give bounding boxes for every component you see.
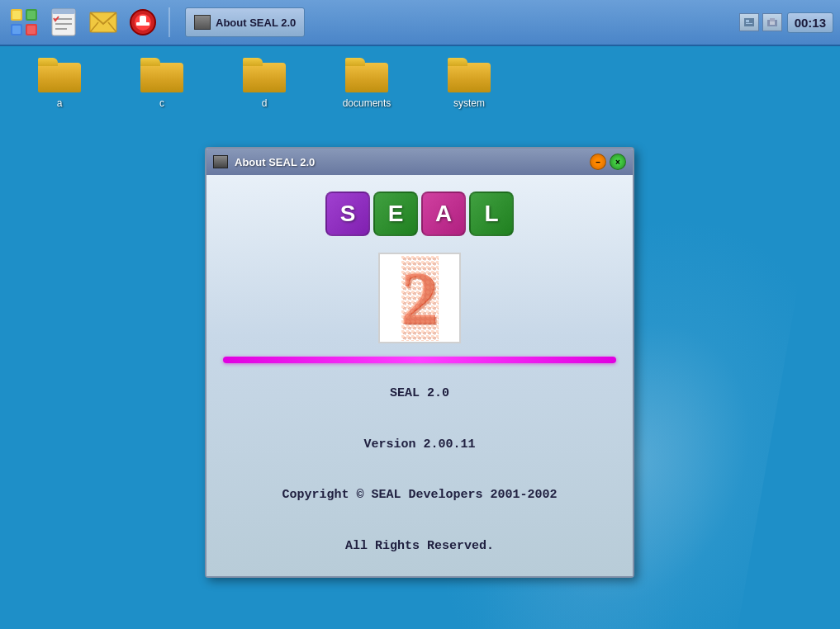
seal-letter-e: E: [373, 192, 418, 236]
svg-rect-4: [12, 11, 21, 19]
seal-letter-a: A: [421, 192, 466, 236]
desktop-icon-label-system: system: [453, 97, 485, 109]
svg-rect-22: [746, 23, 752, 24]
taskbar-icon-tasks[interactable]: [46, 5, 81, 40]
folder-icon-d: [243, 58, 286, 94]
desktop-icon-a[interactable]: a: [33, 58, 86, 109]
svg-rect-6: [12, 26, 21, 34]
taskbar-separator: [168, 7, 170, 37]
copyright-line: Copyright © SEAL Developers 2001-2002: [282, 481, 557, 508]
about-text-block: SEAL 2.0 Version 2.00.11 Copyright © SEA…: [282, 380, 557, 560]
svg-rect-5: [27, 11, 36, 19]
desktop-icon-label-a: a: [57, 97, 63, 109]
svg-rect-9: [52, 9, 75, 14]
clock-icon-1: [739, 13, 759, 31]
taskbar-quick-launch: About SEAL 2.0: [7, 5, 305, 40]
taskbar-icon-power[interactable]: [126, 5, 160, 40]
desktop-icon-documents[interactable]: documents: [340, 58, 393, 109]
taskbar: About SEAL 2.0 00:13: [0, 0, 840, 46]
clock-status-icons: [739, 13, 782, 31]
seal-letter-s: S: [325, 192, 370, 236]
empty-line-1: [282, 407, 557, 431]
folder-icon-a: [38, 58, 81, 94]
seal-logo: S E A L: [325, 192, 514, 236]
taskbar-icon-apps[interactable]: [7, 5, 41, 40]
clock-display: 00:13: [787, 12, 833, 33]
window-close-button[interactable]: ×: [610, 154, 626, 170]
taskbar-clock-area: 00:13: [739, 12, 833, 33]
version-line: Version 2.00.11: [282, 431, 557, 458]
svg-rect-7: [27, 26, 36, 34]
folder-icon-system: [448, 58, 491, 94]
window-controls: – ×: [590, 154, 626, 170]
taskbar-window-button[interactable]: About SEAL 2.0: [185, 7, 305, 37]
folder-icon-documents: [345, 58, 388, 94]
window-titlebar: About SEAL 2.0 – ×: [206, 149, 633, 175]
rights-line: All Rights Reserved.: [282, 532, 557, 560]
empty-line-3: [282, 508, 557, 532]
seal-letter-l: L: [469, 192, 514, 236]
window-button-icon: [194, 15, 211, 30]
window-title-label: About SEAL 2.0: [235, 156, 583, 168]
svg-rect-24: [770, 18, 775, 21]
about-window: About SEAL 2.0 – × S E A L: [205, 147, 634, 578]
svg-rect-21: [746, 20, 749, 22]
desktop-icon-c[interactable]: c: [135, 58, 188, 109]
taskbar-window-label: About SEAL 2.0: [216, 17, 296, 29]
divider-bar: [223, 357, 616, 363]
window-minimize-button[interactable]: –: [590, 154, 606, 170]
product-name: SEAL 2.0: [282, 380, 557, 407]
desktop-icon-label-c: c: [159, 97, 164, 109]
empty-line-2: [282, 458, 557, 482]
window-content: S E A L 2 SEAL 2.0 Version 2.00.11 Copyr…: [206, 175, 633, 576]
desktop-icon-row: a c d documents system: [33, 58, 496, 109]
minimize-icon: –: [596, 158, 600, 167]
desktop-icon-label-documents: documents: [343, 97, 392, 109]
version-number-display: 2: [378, 253, 461, 343]
version-number: 2: [401, 256, 439, 341]
desktop-icon-label-d: d: [262, 97, 268, 109]
taskbar-icon-mail[interactable]: [86, 5, 121, 40]
folder-icon-c: [140, 58, 183, 94]
desktop-icon-d[interactable]: d: [238, 58, 291, 109]
svg-rect-19: [136, 22, 149, 26]
clock-icon-2: [762, 13, 782, 31]
desktop-icon-system[interactable]: system: [443, 58, 496, 109]
window-title-icon: [213, 155, 228, 168]
close-icon: ×: [615, 158, 620, 167]
